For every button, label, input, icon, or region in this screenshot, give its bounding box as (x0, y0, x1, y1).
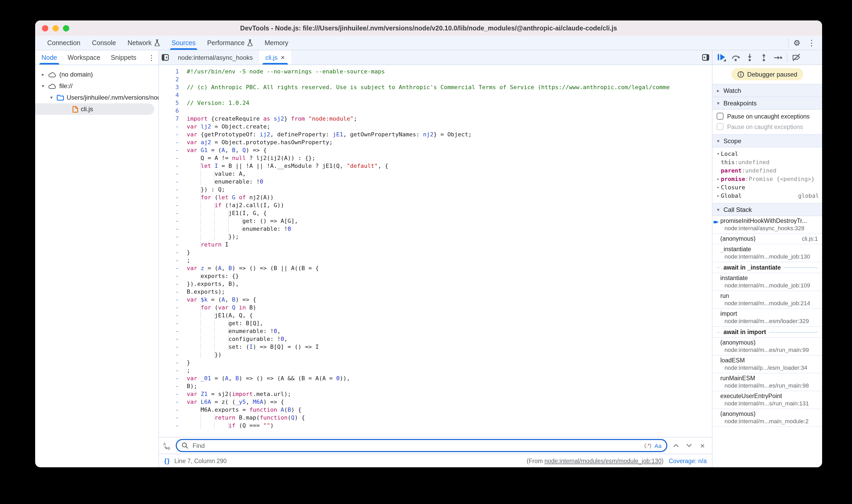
code-text[interactable]: get: () => A[G], (187, 217, 298, 225)
call-stack-frame[interactable]: executeUserEntryPointnode:internal/m...s… (712, 391, 822, 409)
code-text[interactable]: B.exports); (187, 288, 225, 296)
navigator-kebab-icon[interactable]: ⋮ (147, 53, 156, 61)
line-number[interactable]: 4 (159, 91, 187, 99)
code-text[interactable]: M6A.exports = function A(B) { (187, 406, 301, 414)
line-number[interactable]: - (159, 123, 187, 131)
editor-tab-cli-js[interactable]: cli.js× (259, 50, 291, 65)
code-text[interactable]: var L6A = z( (_y5, M6A) => { (187, 398, 284, 406)
line-number[interactable]: - (159, 311, 187, 319)
chevron-down-icon[interactable]: ▾ (40, 84, 46, 89)
call-stack-frame[interactable]: _instantiatenode:internal/m...module_job… (712, 245, 822, 262)
chevron-right-icon[interactable]: ▸ (715, 193, 721, 198)
line-number[interactable]: - (159, 343, 187, 351)
scope-row[interactable]: parent: undefined (712, 166, 822, 175)
line-number[interactable]: - (159, 162, 187, 170)
line-number[interactable]: - (159, 366, 187, 375)
toggle-debugger-sidebar-icon[interactable] (699, 50, 712, 65)
scope-row[interactable]: ▸Closure (712, 183, 822, 192)
code-text[interactable]: jE1(I, G, { (187, 209, 267, 217)
editor-tab-node-internal-async-hooks[interactable]: node:internal/async_hooks (172, 50, 259, 65)
deactivate-breakpoints-icon[interactable] (789, 51, 803, 64)
code-text[interactable]: B); (187, 382, 197, 390)
line-number[interactable]: - (159, 233, 187, 241)
call-stack-frame[interactable]: (anonymous)cli.js:1 (712, 234, 822, 245)
line-number[interactable]: - (159, 296, 187, 304)
call-stack-frame[interactable]: promiseInitHookWithDestroyTr...node:inte… (712, 216, 822, 234)
call-stack-section-header[interactable]: ▾ Call Stack (712, 203, 822, 216)
coverage-link[interactable]: Coverage: n/a (669, 457, 707, 464)
code-text[interactable]: if (Q === "") (187, 422, 273, 430)
code-text[interactable]: ; (187, 366, 190, 375)
code-text[interactable]: for (var Q in B) (187, 304, 256, 311)
line-number[interactable]: - (159, 351, 187, 359)
breakpoint-option[interactable]: Pause on uncaught exceptions (717, 113, 818, 120)
tree-item-users-jinhuilee-nvm-versions-node-v2-[interactable]: ▾Users/jinhuilee/.nvm/versions/node/v2..… (35, 92, 158, 103)
code-text[interactable]: }) : Q; (187, 186, 225, 194)
line-number[interactable]: - (159, 335, 187, 343)
code-text[interactable]: Q = A != null ? lj2(ij2(A)) : {}; (187, 154, 315, 162)
call-stack-frame[interactable]: (anonymous)node:internal/m...main_module… (712, 409, 822, 427)
maximize-window-button[interactable] (63, 25, 69, 31)
line-number[interactable]: 5 (159, 99, 187, 107)
line-number[interactable]: - (159, 146, 187, 154)
line-number[interactable]: - (159, 359, 187, 366)
scope-row[interactable]: ▸promise: Promise {<pending>} (712, 175, 822, 183)
tree-item-file-[interactable]: ▾file:// (35, 80, 158, 92)
checkbox[interactable] (717, 113, 724, 120)
code-text[interactable]: var lj2 = Object.create; (187, 123, 270, 131)
breakpoint-option[interactable]: Pause on caught exceptions (717, 123, 818, 130)
call-stack-frame[interactable]: runMainESMnode:internal/m...es/run_main:… (712, 373, 822, 391)
code-text[interactable]: #!/usr/bin/env -S node --no-warnings --e… (187, 68, 385, 75)
code-text[interactable]: } (187, 359, 190, 366)
line-number[interactable]: - (159, 209, 187, 217)
step-over-icon[interactable] (729, 51, 742, 64)
line-number[interactable]: - (159, 249, 187, 256)
settings-gear-icon[interactable]: ⚙ (791, 36, 803, 49)
navigator-tab-node[interactable]: Node (41, 50, 57, 65)
tree-item--no-domain-[interactable]: ▸(no domain) (35, 69, 158, 80)
line-number[interactable]: - (159, 422, 187, 430)
code-text[interactable]: var G1 = (A, B, Q) => { (187, 146, 267, 154)
line-number[interactable]: - (159, 390, 187, 398)
code-text[interactable]: var Z1 = sj2(import.meta.url); (187, 390, 291, 398)
line-number[interactable]: - (159, 280, 187, 288)
code-text[interactable]: // (c) Anthropic PBC. All rights reserve… (187, 84, 670, 91)
line-number[interactable]: - (159, 154, 187, 162)
line-number[interactable]: 6 (159, 107, 187, 115)
code-text[interactable]: var aj2 = Object.prototype.hasOwnPropert… (187, 139, 333, 146)
code-text[interactable]: enumerable: !0, (187, 327, 281, 335)
code-text[interactable]: enumerable: !0 (187, 178, 263, 186)
line-number[interactable]: - (159, 272, 187, 280)
code-text[interactable]: }) (187, 351, 221, 359)
step-icon[interactable] (771, 51, 785, 64)
minimize-window-button[interactable] (52, 25, 59, 31)
chevron-right-icon[interactable]: ▸ (715, 185, 721, 190)
line-number[interactable]: - (159, 264, 187, 272)
code-text[interactable]: import {createRequire as sj2} from "node… (187, 115, 357, 123)
code-text[interactable]: var {getPrototypeOf: ij2, defineProperty… (187, 131, 472, 139)
line-number[interactable]: - (159, 327, 187, 335)
line-number[interactable]: - (159, 382, 187, 390)
step-into-icon[interactable] (743, 51, 757, 64)
tab-performance[interactable]: Performance (201, 36, 259, 50)
line-number[interactable]: - (159, 414, 187, 422)
line-number[interactable]: - (159, 217, 187, 225)
code-text[interactable]: ; (187, 256, 190, 264)
watch-section-header[interactable]: ▸ Watch (712, 84, 822, 97)
code-text[interactable]: configurable: !0, (187, 335, 287, 343)
tree-item-cli-js[interactable]: cli.js (35, 103, 154, 115)
line-number[interactable]: - (159, 131, 187, 139)
breakpoints-section-header[interactable]: ▾ Breakpoints (712, 97, 822, 110)
scope-section-header[interactable]: ▾ Scope (712, 134, 822, 147)
chevron-down-icon[interactable]: ▾ (49, 95, 54, 100)
line-number[interactable]: - (159, 304, 187, 311)
line-number[interactable]: - (159, 194, 187, 201)
line-number[interactable]: - (159, 201, 187, 209)
line-number[interactable]: - (159, 375, 187, 382)
tab-connection[interactable]: Connection (41, 36, 86, 50)
line-number[interactable]: 3 (159, 84, 187, 91)
line-number[interactable]: - (159, 178, 187, 186)
scope-row[interactable]: ▾Local (712, 149, 822, 158)
kebab-menu-icon[interactable]: ⋮ (805, 36, 818, 49)
code-text[interactable]: var $k = (A, B) => { (187, 296, 256, 304)
